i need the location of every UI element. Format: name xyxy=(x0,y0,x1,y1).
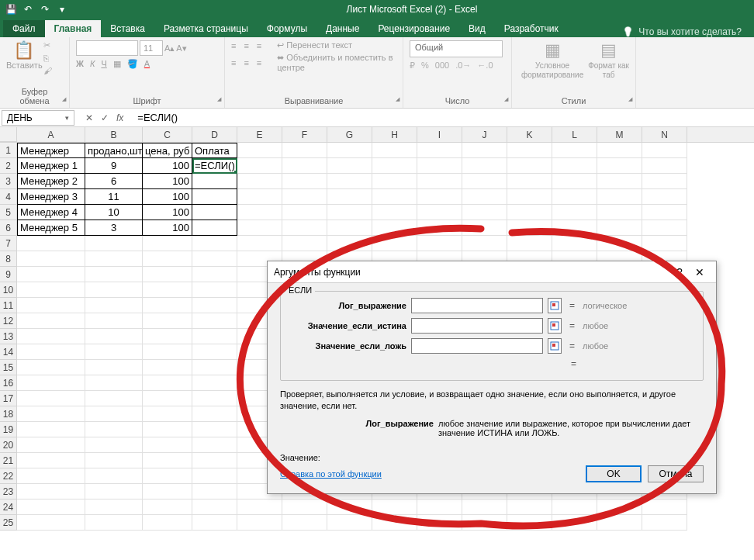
row-header-19[interactable]: 19 xyxy=(0,422,17,437)
cell-D22[interactable] xyxy=(192,468,237,484)
tab-page-layout[interactable]: Разметка страницы xyxy=(154,20,258,37)
cell-G6[interactable] xyxy=(327,220,372,236)
cell-L7[interactable] xyxy=(552,236,597,251)
cell-C9[interactable] xyxy=(143,267,192,282)
cell-B1[interactable]: продано,шт xyxy=(85,143,143,158)
tab-review[interactable]: Рецензирование xyxy=(368,20,459,37)
arg-input-1[interactable] xyxy=(411,318,543,334)
cell-H24[interactable] xyxy=(372,500,417,515)
cell-F2[interactable] xyxy=(282,158,327,174)
row-header-4[interactable]: 4 xyxy=(0,189,17,205)
comma-icon[interactable]: 000 xyxy=(435,60,449,71)
cell-D4[interactable] xyxy=(192,189,237,205)
cell-N25[interactable] xyxy=(642,515,687,531)
cell-C20[interactable] xyxy=(143,437,192,453)
cell-I1[interactable] xyxy=(417,143,462,158)
col-header-G[interactable]: G xyxy=(327,127,372,142)
cell-I4[interactable] xyxy=(417,189,462,205)
cell-I3[interactable] xyxy=(417,174,462,189)
cancel-button[interactable]: Отмена xyxy=(648,465,704,482)
col-header-C[interactable]: C xyxy=(143,127,192,142)
cell-E3[interactable] xyxy=(237,174,282,189)
cancel-entry-icon[interactable]: ✕ xyxy=(85,112,93,123)
range-select-icon[interactable] xyxy=(548,338,562,354)
cell-G3[interactable] xyxy=(327,174,372,189)
cell-L5[interactable] xyxy=(552,205,597,220)
cell-D6[interactable] xyxy=(192,220,237,236)
cell-B16[interactable] xyxy=(85,375,143,391)
row-header-16[interactable]: 16 xyxy=(0,375,17,391)
cut-icon[interactable]: ✂ xyxy=(43,40,52,50)
align-left-icon[interactable]: ≡ xyxy=(231,58,236,67)
cell-G1[interactable] xyxy=(327,143,372,158)
undo-icon[interactable]: ↶ xyxy=(20,4,36,15)
cell-H4[interactable] xyxy=(372,189,417,205)
cell-I6[interactable] xyxy=(417,220,462,236)
cell-H3[interactable] xyxy=(372,174,417,189)
cell-B22[interactable] xyxy=(85,468,143,484)
cell-D17[interactable] xyxy=(192,391,237,406)
cell-J7[interactable] xyxy=(462,236,507,251)
cell-I7[interactable] xyxy=(417,236,462,251)
align-top-icon[interactable]: ≡ xyxy=(231,41,236,50)
cell-C17[interactable] xyxy=(143,391,192,406)
cell-E1[interactable] xyxy=(237,143,282,158)
cell-A25[interactable] xyxy=(17,515,85,531)
redo-icon[interactable]: ↷ xyxy=(37,4,53,15)
cell-I5[interactable] xyxy=(417,205,462,220)
confirm-entry-icon[interactable]: ✓ xyxy=(101,112,109,123)
cell-D13[interactable] xyxy=(192,329,237,344)
font-color-icon[interactable]: A xyxy=(144,59,150,69)
cell-A8[interactable] xyxy=(17,251,85,267)
cell-D23[interactable] xyxy=(192,484,237,500)
cell-B2[interactable]: 9 xyxy=(85,158,143,174)
cell-K5[interactable] xyxy=(507,205,552,220)
col-header-L[interactable]: L xyxy=(552,127,597,142)
cell-A21[interactable] xyxy=(17,453,85,468)
col-header-B[interactable]: B xyxy=(85,127,143,142)
cell-K2[interactable] xyxy=(507,158,552,174)
cell-J2[interactable] xyxy=(462,158,507,174)
bold-icon[interactable]: Ж xyxy=(76,59,84,69)
wrap-text-button[interactable]: ↩ Перенести текст xyxy=(277,40,352,50)
cell-C23[interactable] xyxy=(143,484,192,500)
cell-A20[interactable] xyxy=(17,437,85,453)
cell-F25[interactable] xyxy=(282,515,327,531)
cell-K1[interactable] xyxy=(507,143,552,158)
cell-J25[interactable] xyxy=(462,515,507,531)
tab-formulas[interactable]: Формулы xyxy=(258,20,316,37)
select-all-corner[interactable] xyxy=(0,127,17,142)
row-header-2[interactable]: 2 xyxy=(0,158,17,174)
currency-icon[interactable]: ₽ xyxy=(410,60,415,71)
arg-input-2[interactable] xyxy=(411,338,543,354)
function-help-link[interactable]: Справка по этой функции xyxy=(280,469,382,479)
row-header-21[interactable]: 21 xyxy=(0,453,17,468)
cell-B14[interactable] xyxy=(85,344,143,360)
cell-N6[interactable] xyxy=(642,220,687,236)
cell-D3[interactable] xyxy=(192,174,237,189)
font-name-input[interactable] xyxy=(76,40,138,56)
col-header-D[interactable]: D xyxy=(192,127,237,142)
cell-E5[interactable] xyxy=(237,205,282,220)
cell-M3[interactable] xyxy=(597,174,642,189)
cell-I2[interactable] xyxy=(417,158,462,174)
tab-insert[interactable]: Вставка xyxy=(101,20,154,37)
cell-C14[interactable] xyxy=(143,344,192,360)
cell-D18[interactable] xyxy=(192,406,237,422)
cell-J3[interactable] xyxy=(462,174,507,189)
cell-F5[interactable] xyxy=(282,205,327,220)
cell-K4[interactable] xyxy=(507,189,552,205)
row-header-11[interactable]: 11 xyxy=(0,298,17,313)
cell-D14[interactable] xyxy=(192,344,237,360)
cell-E2[interactable] xyxy=(237,158,282,174)
cell-A16[interactable] xyxy=(17,375,85,391)
cell-A4[interactable]: Менеджер 3 xyxy=(17,189,85,205)
italic-icon[interactable]: К xyxy=(90,59,95,69)
cell-C2[interactable]: 100 xyxy=(143,158,192,174)
font-size-input[interactable] xyxy=(140,40,163,56)
cell-A11[interactable] xyxy=(17,298,85,313)
cell-K24[interactable] xyxy=(507,500,552,515)
cell-I25[interactable] xyxy=(417,515,462,531)
tab-developer[interactable]: Разработчик xyxy=(495,20,568,37)
cell-C5[interactable]: 100 xyxy=(143,205,192,220)
